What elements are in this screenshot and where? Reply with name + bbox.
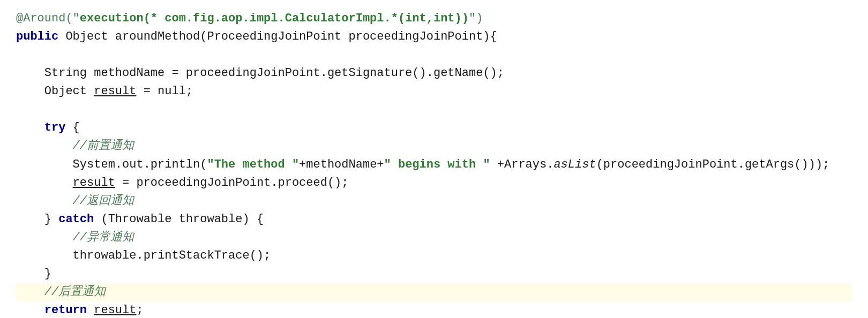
code-line: try { <box>16 119 852 137</box>
code-line: //前置通知 <box>16 137 852 155</box>
code-line: String methodName = proceedingJoinPoint.… <box>16 64 852 82</box>
code-line: result = proceedingJoinPoint.proceed(); <box>16 174 852 192</box>
code-line <box>16 46 852 64</box>
code-line: } catch (Throwable throwable) { <box>16 210 852 229</box>
code-line: } <box>16 265 852 283</box>
code-line: //返回通知 <box>16 192 852 210</box>
code-line <box>16 101 852 119</box>
code-line: throwable.printStackTrace(); <box>16 247 852 265</box>
code-line: return result; <box>16 301 852 318</box>
code-line: public Object aroundMethod(ProceedingJoi… <box>16 28 852 46</box>
code-line: System.out.println("The method "+methodN… <box>16 156 852 174</box>
code-content: @Around("execution(* com.fig.aop.impl.Ca… <box>16 10 852 318</box>
code-line: //后置通知 <box>16 283 852 301</box>
code-editor: @Around("execution(* com.fig.aop.impl.Ca… <box>0 0 868 318</box>
code-line: @Around("execution(* com.fig.aop.impl.Ca… <box>16 10 852 28</box>
code-line: //异常通知 <box>16 229 852 247</box>
code-line: Object result = null; <box>16 82 852 101</box>
